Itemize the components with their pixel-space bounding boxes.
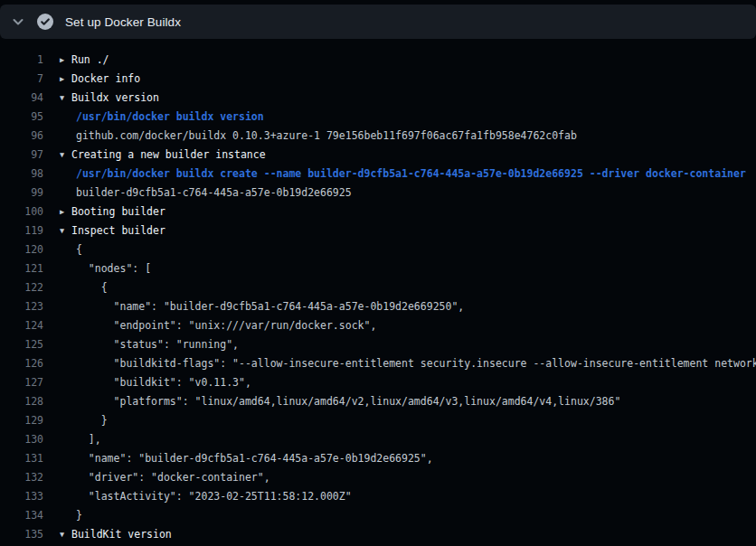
- log-text: "endpoint": "unix:///var/run/docker.sock…: [76, 316, 376, 335]
- log-text: BuildKit version: [71, 525, 172, 544]
- line-number[interactable]: 119: [0, 221, 43, 240]
- log-text: "name": "builder-d9cfb5a1-c764-445a-a57e…: [76, 449, 433, 468]
- line-number[interactable]: 125: [0, 335, 43, 354]
- log-line-120: 120 {: [0, 240, 756, 259]
- log-text: "buildkit": "v0.11.3",: [76, 373, 251, 392]
- line-number[interactable]: 97: [0, 146, 43, 165]
- log-text: Docker info: [71, 70, 140, 89]
- line-number[interactable]: 120: [0, 240, 43, 259]
- log-text: Creating a new builder instance: [71, 146, 266, 165]
- line-number[interactable]: 129: [0, 411, 43, 430]
- log-text: }: [76, 411, 108, 430]
- line-number[interactable]: 134: [0, 506, 43, 525]
- chevron-down-icon[interactable]: [11, 14, 25, 29]
- log-text: "nodes": [: [76, 259, 151, 278]
- triangle-down-icon[interactable]: ▼: [60, 221, 71, 240]
- triangle-right-icon[interactable]: ▶: [60, 202, 71, 221]
- triangle-right-icon[interactable]: ▶: [60, 51, 71, 70]
- log-line-98: 98 /usr/bin/docker buildx create --name …: [0, 165, 756, 184]
- log-line-135[interactable]: 135 ▼ BuildKit version: [0, 525, 756, 544]
- log-text: {: [76, 240, 82, 259]
- log-line-100[interactable]: 100 ▶ Booting builder: [0, 202, 756, 221]
- log-text: Booting builder: [71, 202, 165, 221]
- log-line-125: 125 "status": "running",: [0, 335, 756, 354]
- line-number[interactable]: 130: [0, 430, 43, 449]
- line-number[interactable]: 135: [0, 525, 43, 544]
- log-line-7[interactable]: 7 ▶ Docker info: [0, 70, 756, 89]
- log-output: 1 ▶ Run ./ 7 ▶ Docker info 94 ▼ Buildx v…: [0, 51, 756, 546]
- log-line-133: 133 "lastActivity": "2023-02-25T11:58:12…: [0, 487, 756, 506]
- line-number[interactable]: 131: [0, 449, 43, 468]
- log-line-129: 129 }: [0, 411, 756, 430]
- log-line-95: 95 /usr/bin/docker buildx version: [0, 108, 756, 127]
- triangle-down-icon[interactable]: ▼: [60, 89, 71, 108]
- log-line-94[interactable]: 94 ▼ Buildx version: [0, 89, 756, 108]
- line-number[interactable]: 100: [0, 202, 43, 221]
- line-number[interactable]: 124: [0, 316, 43, 335]
- line-number[interactable]: 132: [0, 468, 43, 487]
- log-line-122: 122 {: [0, 278, 756, 297]
- log-text: /usr/bin/docker buildx create --name bui…: [76, 165, 746, 184]
- log-text: "name": "builder-d9cfb5a1-c764-445a-a57e…: [76, 297, 464, 316]
- line-number[interactable]: 121: [0, 259, 43, 278]
- log-line-121: 121 "nodes": [: [0, 259, 756, 278]
- log-line-97[interactable]: 97 ▼ Creating a new builder instance: [0, 146, 756, 165]
- line-number[interactable]: 7: [0, 70, 43, 89]
- log-text: github.com/docker/buildx 0.10.3+azure-1 …: [76, 127, 577, 146]
- log-text: {: [76, 278, 108, 297]
- log-text: /usr/bin/docker buildx version: [76, 108, 264, 127]
- line-number[interactable]: 126: [0, 354, 43, 373]
- line-number[interactable]: 98: [0, 165, 43, 184]
- check-circle-icon: [36, 13, 54, 31]
- log-text: Buildx version: [71, 89, 159, 108]
- log-line-134: 134 }: [0, 506, 756, 525]
- log-line-128: 128 "platforms": "linux/amd64,linux/amd6…: [0, 392, 756, 411]
- log-text: Run ./: [71, 51, 109, 70]
- log-line-132: 132 "driver": "docker-container",: [0, 468, 756, 487]
- step-header[interactable]: Set up Docker Buildx: [0, 5, 756, 39]
- log-text: "buildkitd-flags": "--allow-insecure-ent…: [76, 354, 756, 373]
- log-text: builder-d9cfb5a1-c764-445a-a57e-0b19d2e6…: [76, 184, 352, 202]
- log-line-131: 131 "name": "builder-d9cfb5a1-c764-445a-…: [0, 449, 756, 468]
- line-number[interactable]: 127: [0, 373, 43, 392]
- line-number[interactable]: 1: [0, 51, 43, 70]
- line-number[interactable]: 95: [0, 108, 43, 127]
- log-line-124: 124 "endpoint": "unix:///var/run/docker.…: [0, 316, 756, 335]
- line-number[interactable]: 133: [0, 487, 43, 506]
- step-title: Set up Docker Buildx: [65, 15, 181, 29]
- log-line-99: 99 builder-d9cfb5a1-c764-445a-a57e-0b19d…: [0, 184, 756, 202]
- log-text: "platforms": "linux/amd64,linux/amd64/v2…: [76, 392, 620, 411]
- line-number[interactable]: 99: [0, 184, 43, 202]
- log-text: Inspect builder: [71, 221, 165, 240]
- line-number[interactable]: 128: [0, 392, 43, 411]
- log-text: }: [76, 506, 82, 525]
- log-line-96: 96 github.com/docker/buildx 0.10.3+azure…: [0, 127, 756, 146]
- line-number[interactable]: 122: [0, 278, 43, 297]
- log-line-130: 130 ],: [0, 430, 756, 449]
- triangle-down-icon[interactable]: ▼: [60, 525, 71, 544]
- log-line-123: 123 "name": "builder-d9cfb5a1-c764-445a-…: [0, 297, 756, 316]
- log-line-126: 126 "buildkitd-flags": "--allow-insecure…: [0, 354, 756, 373]
- line-number[interactable]: 96: [0, 127, 43, 146]
- log-text: "status": "running",: [76, 335, 239, 354]
- log-line-1[interactable]: 1 ▶ Run ./: [0, 51, 756, 70]
- log-text: "lastActivity": "2023-02-25T11:58:12.000…: [76, 487, 352, 506]
- line-number[interactable]: 123: [0, 297, 43, 316]
- triangle-right-icon[interactable]: ▶: [60, 70, 71, 89]
- triangle-down-icon[interactable]: ▼: [60, 146, 71, 165]
- log-line-119[interactable]: 119 ▼ Inspect builder: [0, 221, 756, 240]
- log-line-127: 127 "buildkit": "v0.11.3",: [0, 373, 756, 392]
- log-text: ],: [76, 430, 101, 449]
- line-number[interactable]: 94: [0, 89, 43, 108]
- log-text: "driver": "docker-container",: [76, 468, 270, 487]
